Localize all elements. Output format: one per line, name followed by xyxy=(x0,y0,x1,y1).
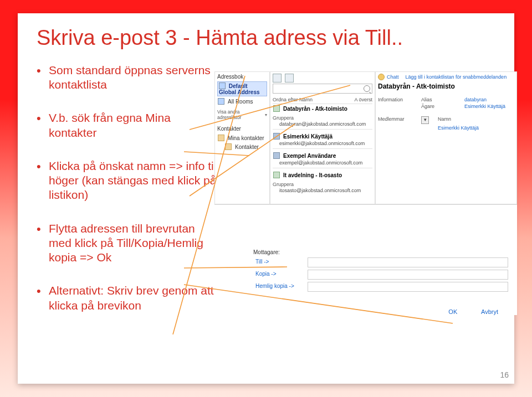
bcc-field[interactable] xyxy=(308,282,508,292)
cancel-button[interactable]: Avbryt xyxy=(481,308,498,315)
to-field[interactable] xyxy=(308,257,508,267)
contacts-item[interactable]: Kontakter xyxy=(217,142,267,151)
addressbook-header: Adressbok xyxy=(217,74,267,80)
addressbook-sidebar: Adressbok Default Global Address All Roo… xyxy=(214,71,270,204)
expand-icon[interactable]: ▾ xyxy=(421,116,429,124)
group-type-label: Gruppera xyxy=(273,115,372,121)
group-icon xyxy=(273,105,280,112)
name-column-header: Namn xyxy=(438,116,472,124)
chat-link[interactable]: Chatt xyxy=(387,74,399,80)
contacts-list-panel: Ordna efter Namn A överst Databyrån - At… xyxy=(270,71,375,204)
bullet-item: Alternativt: Skriv brev genom att klicka… xyxy=(37,283,219,313)
cc-button[interactable]: Kopia -> xyxy=(253,270,308,280)
recipients-label: Mottagare: xyxy=(253,249,508,255)
person-icon xyxy=(273,152,280,159)
group-email: itosasto@jakobstad.onmicrosoft.com xyxy=(273,188,372,193)
new-mail-icon[interactable] xyxy=(273,74,282,83)
alias-header: Alias xyxy=(421,97,456,102)
group-email: databyran@jakobstad.onmicrosoft.com xyxy=(273,121,372,127)
owner-header: Ägare xyxy=(421,104,456,109)
to-button[interactable]: Till -> xyxy=(253,257,308,267)
bcc-button[interactable]: Hemlig kopia -> xyxy=(253,282,308,292)
list-view-icon[interactable] xyxy=(285,74,294,83)
bullet-list: Som standard öppnas serverns kontaktlist… xyxy=(37,63,219,313)
book-icon xyxy=(218,98,224,105)
member-name: Esimerkki Käyttäjä xyxy=(438,125,479,131)
address-list-allrooms[interactable]: All Rooms xyxy=(217,97,267,106)
recipients-area: Mottagare: Till -> Kopia -> Hemlig kopia… xyxy=(253,249,508,315)
folder-icon xyxy=(225,143,232,150)
person-icon xyxy=(273,133,280,140)
detail-title: Databyrån - Atk-toimisto xyxy=(378,83,514,90)
show-other-lists[interactable]: Visa andra adresslistor ▾ xyxy=(217,109,267,120)
owner-value: Esimerkki Käyttäjä xyxy=(464,104,505,109)
chevron-down-icon: ▾ xyxy=(265,112,267,117)
ok-button[interactable]: OK xyxy=(448,308,457,315)
group-itavdelning[interactable]: It avdelning - It-osasto xyxy=(273,171,372,179)
contact-exempel[interactable]: Exempel Användare xyxy=(273,151,372,160)
search-icon xyxy=(364,85,370,92)
bullet-item: Flytta adressen till brevrutan med klick… xyxy=(37,221,219,265)
address-book-screenshot: Adressbok Default Global Address All Roo… xyxy=(214,71,517,315)
bullet-item: Klicka på önskat namn => info till höger… xyxy=(37,159,219,203)
members-header: Medlemmar xyxy=(378,116,412,124)
slide-title: Skriva e-post 3 - Hämta adress via Till.… xyxy=(37,27,495,50)
slide-card: Skriva e-post 3 - Hämta adress via Till.… xyxy=(18,13,514,384)
info-header: Information xyxy=(378,97,412,102)
contact-esimerkki[interactable]: Esimerkki Käyttäjä xyxy=(273,132,372,141)
sort-direction[interactable]: A överst xyxy=(354,97,372,102)
cc-field[interactable] xyxy=(308,270,508,280)
sort-by-label[interactable]: Ordna efter Namn xyxy=(273,97,313,102)
contact-email: esimerkki@jakobstad.onmicrosoft.com xyxy=(273,141,372,146)
address-list-default[interactable]: Default Global Address xyxy=(217,81,267,96)
contacts-header: Kontakter xyxy=(217,126,267,132)
contact-email: exempel@jakobstad.onmicrosoft.com xyxy=(273,160,372,166)
page-number: 16 xyxy=(500,370,509,379)
add-to-im-link[interactable]: Lägg till i kontaktlistan för snabbmedde… xyxy=(406,74,507,80)
my-contacts[interactable]: Mina kontakter xyxy=(217,133,267,142)
alias-value: databyran xyxy=(464,97,487,102)
folder-icon xyxy=(218,135,224,141)
group-icon xyxy=(273,172,280,178)
group-type-label: Gruppera xyxy=(273,182,372,187)
chat-icon xyxy=(378,74,385,80)
detail-panel: Chatt Lägg till i kontaktlistan för snab… xyxy=(375,71,517,204)
search-input[interactable] xyxy=(273,84,372,94)
book-icon xyxy=(219,83,226,89)
bullet-item: V.b. sök från egna Mina kontakter xyxy=(37,111,219,140)
bullet-item: Som standard öppnas serverns kontaktlist… xyxy=(37,63,219,92)
group-databyran[interactable]: Databyrån - Atk-toimisto xyxy=(273,104,372,113)
